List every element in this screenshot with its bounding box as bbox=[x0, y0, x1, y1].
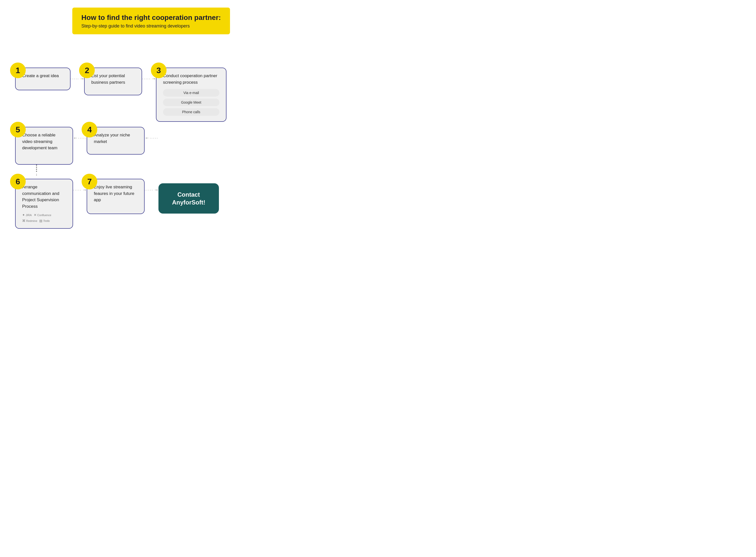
redmine-logo: ⌘ Redmine bbox=[22, 219, 37, 223]
header-title: How to find the right cooperation partne… bbox=[82, 13, 221, 22]
step5-number: 5 bbox=[10, 122, 26, 138]
trello-logo: ▤ Trello bbox=[39, 219, 50, 223]
tool-logos: ✦ JIRA ✕ Confluence ⌘ Redmine ▤ Trello bbox=[22, 213, 66, 223]
step1-number: 1 bbox=[10, 62, 26, 78]
vertical-connector-5-6: ↓ bbox=[27, 163, 46, 176]
header-subtitle: Step-by-step guide to find video streami… bbox=[82, 24, 221, 29]
step5-text: Choose a reliable video streaming develo… bbox=[22, 133, 57, 150]
jira-logo: ✦ JIRA bbox=[22, 213, 32, 217]
step7-text: Enjoy live streaming feaures in your fut… bbox=[94, 184, 134, 202]
step1-wrapper: 1 Create a great idea bbox=[15, 67, 70, 90]
contact-text: Contact AnyforSoft! bbox=[164, 190, 213, 206]
step1-text: Create a great idea bbox=[22, 74, 59, 78]
step3-sub-items: Via e-mail Google Meet Phone calls bbox=[163, 89, 219, 116]
step4-wrapper: 4 Analyze your niche market bbox=[87, 127, 145, 154]
row-2: 5 Choose a reliable video streaming deve… bbox=[10, 122, 292, 165]
flow-diagram: 1 Create a great idea ····· → 2 List you… bbox=[10, 59, 292, 229]
row-1: 1 Create a great idea ····· → 2 List you… bbox=[10, 59, 292, 122]
step2-number: 2 bbox=[79, 62, 95, 78]
step4-text: Analyze your niche market bbox=[94, 133, 130, 144]
step3-box: Conduct cooperation partner screening pr… bbox=[156, 67, 226, 122]
step7-wrapper: 7 Enjoy live streaming feaures in your f… bbox=[87, 179, 145, 214]
step5-wrapper: 5 Choose a reliable video streaming deve… bbox=[15, 127, 73, 165]
row-3: 6 Arrange communication and Project Supe… bbox=[10, 176, 292, 229]
step6-text: Arrange communication and Project Superv… bbox=[22, 184, 59, 209]
sub-item-google-meet: Google Meet bbox=[163, 98, 219, 106]
sub-item-email: Via e-mail bbox=[163, 89, 219, 96]
contact-box[interactable]: Contact AnyforSoft! bbox=[158, 183, 219, 213]
step4-number: 4 bbox=[82, 122, 97, 138]
header-banner: How to find the right cooperation partne… bbox=[72, 7, 230, 34]
step6-number: 6 bbox=[10, 174, 26, 189]
step7-number: 7 bbox=[82, 174, 97, 189]
step2-wrapper: 2 List your potential business partners bbox=[84, 67, 142, 95]
arrow-3-4: ← ····· bbox=[145, 130, 158, 146]
step3-wrapper: 3 Conduct cooperation partner screening … bbox=[156, 67, 226, 122]
step3-text: Conduct cooperation partner screening pr… bbox=[163, 74, 217, 85]
step6-wrapper: 6 Arrange communication and Project Supe… bbox=[15, 179, 73, 229]
sub-item-phone-calls: Phone calls bbox=[163, 108, 219, 116]
step3-number: 3 bbox=[151, 62, 166, 78]
arrow-7-contact: ····· → bbox=[145, 182, 158, 198]
step2-text: List your potential business partners bbox=[91, 74, 125, 85]
confluence-logo: ✕ Confluence bbox=[34, 213, 52, 217]
